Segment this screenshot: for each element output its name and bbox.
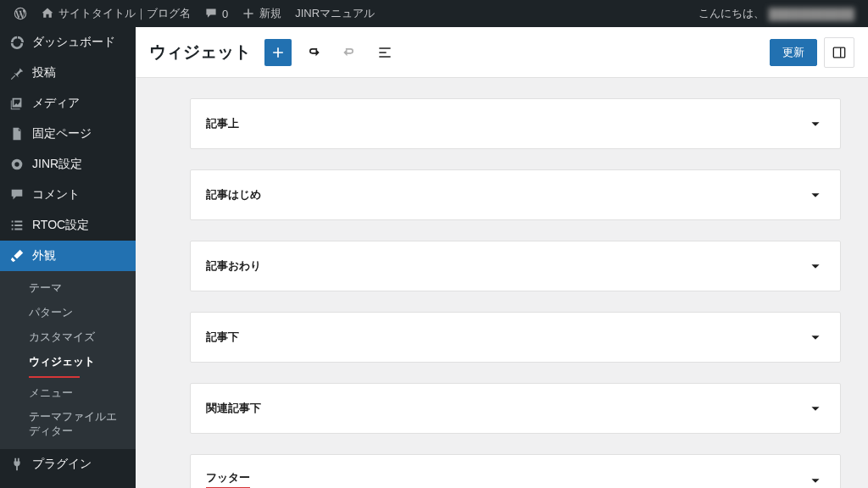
- submenu-item-customize[interactable]: カスタマイズ: [0, 325, 136, 350]
- submenu-item-patterns[interactable]: パターン: [0, 301, 136, 325]
- chevron-down-icon: [806, 186, 825, 204]
- sidebar-item-label: 固定ページ: [32, 126, 92, 141]
- manual-label: JINRマニュアル: [295, 6, 375, 21]
- new-content-link[interactable]: 新規: [235, 0, 288, 27]
- panel-icon: [831, 44, 848, 61]
- sidebar-item-users[interactable]: ユーザー: [0, 480, 136, 488]
- plug-icon: [8, 456, 25, 473]
- chevron-down-icon: [806, 328, 825, 347]
- sidebar-panel-toggle[interactable]: [824, 37, 854, 68]
- list-view-button[interactable]: [371, 39, 398, 66]
- content: ウィジェット 更新: [136, 27, 868, 488]
- brush-icon: [8, 247, 25, 264]
- sidebar-item-appearance[interactable]: 外観: [0, 241, 136, 271]
- submenu-item-widgets[interactable]: ウィジェット: [0, 350, 136, 374]
- undo-icon: [305, 44, 322, 61]
- site-title: サイトタイトル｜ブログ名: [58, 6, 191, 21]
- widget-area[interactable]: 関連記事下: [190, 383, 841, 434]
- widget-area-title: フッター: [206, 470, 250, 488]
- admin-bar: サイトタイトル｜ブログ名 0 新規 JINRマニュアル こんにちは、 █████…: [0, 0, 868, 27]
- comment-icon: [8, 186, 25, 203]
- widget-area-title: 関連記事下: [206, 401, 261, 416]
- svg-rect-3: [833, 47, 844, 58]
- svg-point-1: [14, 162, 19, 166]
- widget-area-title: 記事上: [206, 116, 239, 131]
- widget-area[interactable]: 記事はじめ: [190, 169, 841, 220]
- page-icon: [8, 125, 25, 142]
- redo-icon: [341, 44, 358, 61]
- plus-icon: [242, 7, 255, 20]
- sidebar-item-jinr-settings[interactable]: JINR設定: [0, 149, 136, 180]
- add-block-button[interactable]: [264, 39, 292, 66]
- chevron-down-icon: [806, 114, 825, 133]
- sidebar-item-label: 投稿: [32, 65, 56, 80]
- media-icon: [8, 95, 25, 112]
- page-title: ウィジェット: [149, 41, 251, 64]
- editor-header: ウィジェット 更新: [136, 27, 868, 78]
- admin-bar-right: こんにちは、 ███████████: [692, 0, 861, 27]
- redo-button[interactable]: [336, 39, 363, 66]
- chevron-down-icon: [806, 399, 825, 418]
- sidebar-item-label: RTOC設定: [32, 218, 89, 233]
- list-icon: [8, 217, 25, 234]
- home-icon: [41, 7, 54, 20]
- admin-bar-left: サイトタイトル｜ブログ名 0 新規 JINRマニュアル: [7, 0, 381, 27]
- user-greeting[interactable]: こんにちは、 ███████████: [692, 0, 861, 27]
- widget-areas-canvas: 記事上 記事はじめ 記事おわり 記事下 関連記事下 フッター: [136, 78, 868, 488]
- pin-icon: [8, 64, 25, 81]
- gear-badge-icon: [8, 156, 25, 173]
- sidebar-item-dashboard[interactable]: ダッシュボード: [0, 27, 136, 58]
- dashboard-icon: [8, 34, 25, 51]
- plus-icon: [270, 44, 287, 61]
- sidebar-item-label: コメント: [32, 187, 80, 202]
- widget-area[interactable]: 記事上: [190, 98, 841, 149]
- wordpress-icon: [14, 7, 27, 20]
- update-button[interactable]: 更新: [770, 39, 817, 66]
- comments-count: 0: [222, 8, 228, 20]
- sidebar-item-posts[interactable]: 投稿: [0, 58, 136, 88]
- admin-sidebar: ダッシュボード 投稿 メディア 固定ページ JINR設定 コメント RTOC設定: [0, 27, 136, 488]
- widget-area-title: 記事はじめ: [206, 187, 261, 202]
- chevron-down-icon: [806, 257, 825, 275]
- submenu-item-theme-editor[interactable]: テーマファイルエディター: [0, 405, 136, 444]
- comment-icon: [204, 7, 218, 20]
- sidebar-item-media[interactable]: メディア: [0, 88, 136, 119]
- editor-header-right: 更新: [770, 37, 854, 68]
- submenu-item-themes[interactable]: テーマ: [0, 276, 136, 301]
- sidebar-item-label: 外観: [32, 248, 56, 263]
- submenu-item-menus[interactable]: メニュー: [0, 381, 136, 406]
- undo-button[interactable]: [300, 39, 327, 66]
- widget-area-title: 記事おわり: [206, 258, 261, 274]
- layout: ダッシュボード 投稿 メディア 固定ページ JINR設定 コメント RTOC設定: [0, 27, 868, 488]
- comments-link[interactable]: 0: [198, 0, 235, 27]
- new-label: 新規: [259, 6, 281, 21]
- chevron-down-icon: [806, 471, 825, 489]
- user-display-name: ███████████: [769, 8, 854, 20]
- submenu-underline: [29, 376, 80, 378]
- sidebar-item-comments[interactable]: コメント: [0, 180, 136, 210]
- appearance-submenu: テーマ パターン カスタマイズ ウィジェット メニュー テーマファイルエディター: [0, 271, 136, 449]
- sidebar-item-rtoc[interactable]: RTOC設定: [0, 210, 136, 241]
- sidebar-item-label: JINR設定: [32, 157, 82, 172]
- wp-logo[interactable]: [7, 0, 34, 27]
- widget-area[interactable]: 記事下: [190, 312, 841, 363]
- widget-area-title: 記事下: [206, 330, 239, 345]
- sidebar-item-plugins[interactable]: プラグイン: [0, 449, 136, 480]
- list-view-icon: [376, 44, 393, 61]
- sidebar-item-label: メディア: [32, 96, 80, 111]
- site-home-link[interactable]: サイトタイトル｜ブログ名: [34, 0, 198, 27]
- sidebar-item-pages[interactable]: 固定ページ: [0, 119, 136, 149]
- editor-header-left: ウィジェット: [149, 39, 398, 66]
- widget-area[interactable]: 記事おわり: [190, 241, 841, 291]
- jinr-manual-link[interactable]: JINRマニュアル: [288, 0, 381, 27]
- user-greeting-text: こんにちは、: [698, 6, 765, 21]
- sidebar-item-label: プラグイン: [32, 457, 92, 472]
- widget-area[interactable]: フッター: [190, 454, 841, 488]
- sidebar-item-label: ダッシュボード: [32, 35, 115, 50]
